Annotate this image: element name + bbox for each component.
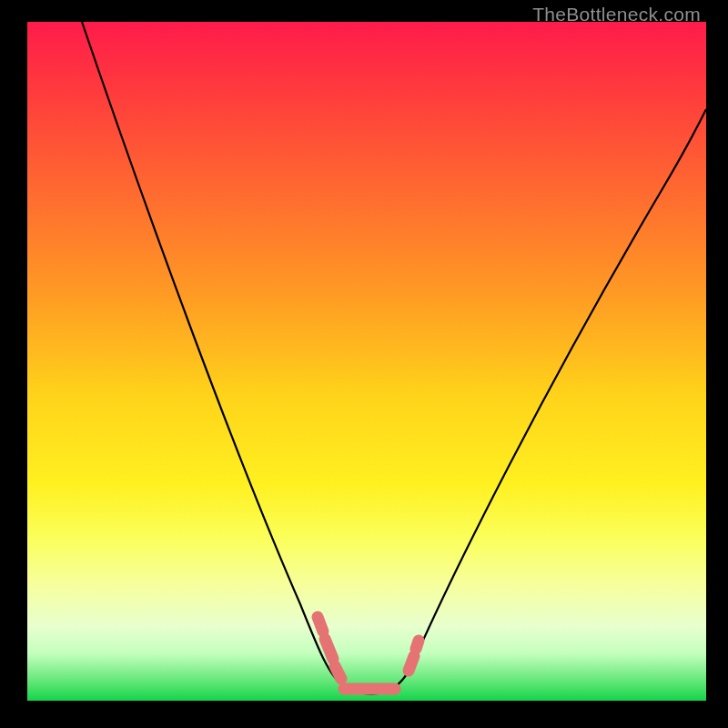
chart-frame: TheBottleneck.com [0,0,728,728]
plot-area [27,22,706,701]
watermark-text: TheBottleneck.com [532,4,701,25]
bottleneck-curve [82,22,706,694]
curve-overlay [27,22,706,701]
right-curve-marker [416,641,419,649]
right-curve-marker [409,656,414,671]
left-curve-marker [335,666,341,679]
left-curve-marker [325,639,333,659]
left-curve-marker [318,617,323,632]
